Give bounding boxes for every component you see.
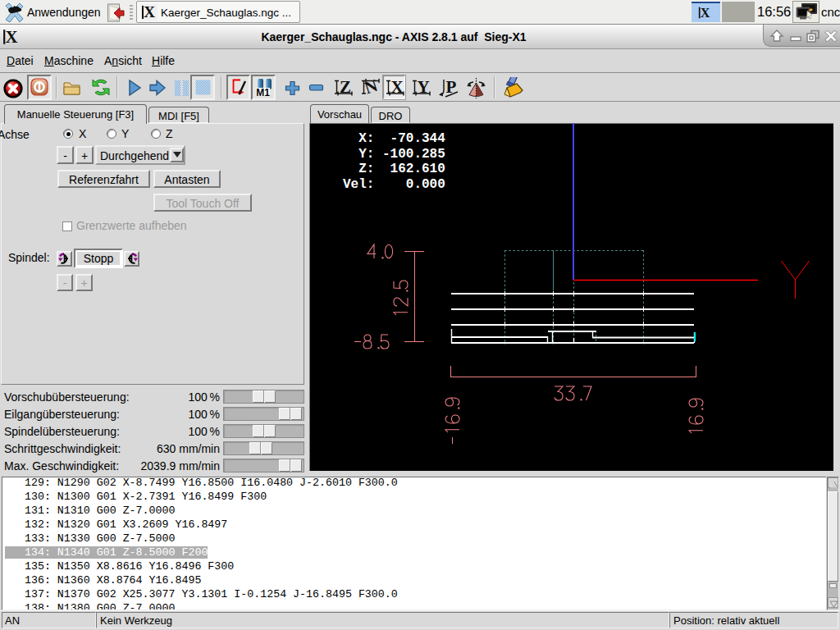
svg-text:Y: Y — [417, 78, 429, 97]
svg-text:X: X — [701, 6, 710, 20]
svg-text:Z: Z — [340, 78, 351, 97]
svg-text:X: X — [144, 4, 155, 21]
svg-text:X: X — [390, 78, 403, 97]
svg-text:M1: M1 — [256, 87, 270, 98]
svg-text:P: P — [446, 78, 457, 97]
